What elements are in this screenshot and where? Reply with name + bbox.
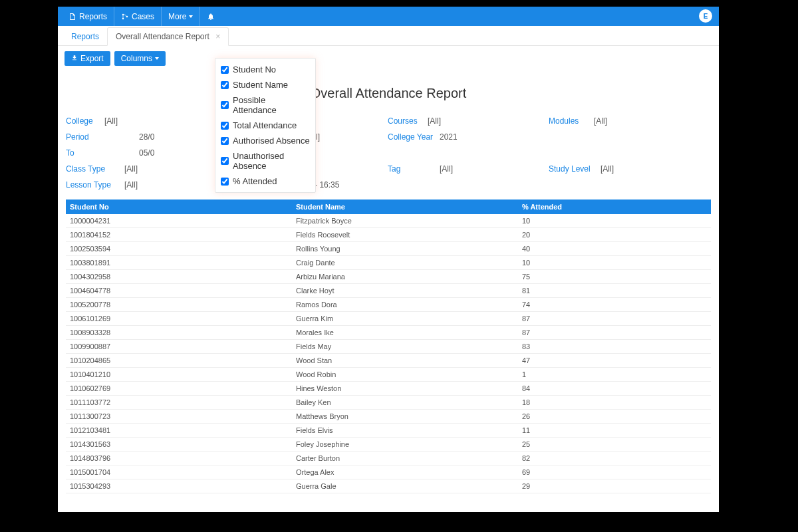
table-cell: 87 — [518, 315, 711, 323]
column-toggle-label: Unauthorised Absence — [233, 151, 310, 171]
table-cell: 1014803796 — [66, 454, 292, 462]
column-checkbox[interactable] — [221, 81, 229, 89]
tab-attendance-report[interactable]: Overall Attendance Report × — [107, 27, 229, 46]
table-cell: 1002503594 — [66, 245, 292, 253]
tab-attendance-label: Overall Attendance Report — [116, 32, 209, 41]
column-checkbox[interactable] — [221, 66, 229, 74]
table-row[interactable]: 1003801891Craig Dante10 — [66, 256, 711, 270]
table-row[interactable]: 1008903328Morales Ike87 — [66, 326, 711, 340]
table-cell: Bailey Ken — [292, 398, 518, 406]
user-avatar[interactable]: E — [699, 9, 712, 23]
table-cell: 40 — [518, 245, 711, 253]
th-pct-attended[interactable]: % Attended — [518, 203, 711, 211]
nav-notifications[interactable] — [200, 7, 221, 26]
th-student-name[interactable]: Student Name — [292, 203, 518, 211]
filter-courses-label[interactable]: Courses — [388, 116, 428, 126]
table-cell: 25 — [518, 440, 711, 448]
filter-college-year-label[interactable]: College Year — [388, 132, 440, 142]
svg-point-1 — [122, 17, 124, 19]
table-row[interactable]: 1006101269Guerra Kim87 — [66, 312, 711, 326]
topbar: Reports Cases More E — [58, 7, 719, 26]
table-row[interactable]: 1014301563Foley Josephine25 — [66, 438, 711, 452]
table-row[interactable]: 1014803796Carter Burton82 — [66, 452, 711, 466]
filter-class-type-label[interactable]: Class Type — [66, 164, 124, 174]
table-cell: Wood Robin — [292, 370, 518, 378]
table-row[interactable]: 1004302958Arbizu Mariana75 — [66, 270, 711, 284]
filter-lesson-type-value: [All] — [124, 180, 138, 190]
table-row[interactable]: 1005200778Ramos Dora74 — [66, 298, 711, 312]
table-row[interactable]: 1009900887Fields May83 — [66, 340, 711, 354]
columns-button[interactable]: Columns — [114, 51, 166, 66]
column-toggle-item[interactable]: Possible Attendance — [221, 92, 310, 118]
nav-cases[interactable]: Cases — [114, 7, 162, 26]
table-row[interactable]: 1011300723Matthews Bryon26 — [66, 410, 711, 424]
table-cell: 26 — [518, 412, 711, 420]
filter-modules-label[interactable]: Modules — [549, 116, 594, 126]
download-icon — [71, 54, 78, 63]
column-toggle-item[interactable]: Student No — [221, 62, 310, 77]
table-row[interactable]: 1012103481Fields Elvis11 — [66, 424, 711, 438]
column-toggle-item[interactable]: Student Name — [221, 77, 310, 92]
table-row[interactable]: 1010602769Hines Weston84 — [66, 382, 711, 396]
table-cell: 75 — [518, 273, 711, 281]
column-checkbox[interactable] — [221, 137, 229, 145]
export-button[interactable]: Export — [65, 51, 110, 66]
column-checkbox[interactable] — [221, 178, 229, 186]
table-cell: 81 — [518, 287, 711, 295]
tab-reports-label: Reports — [71, 32, 99, 41]
table-cell: Fields May — [292, 342, 518, 350]
filter-lesson-type-label[interactable]: Lesson Type — [66, 180, 124, 190]
table-row[interactable]: 1011103772Bailey Ken18 — [66, 396, 711, 410]
table-cell: 1000004231 — [66, 217, 292, 225]
column-toggle-item[interactable]: Total Attendance — [221, 118, 310, 133]
table-row[interactable]: 1000004231Fitzpatrick Boyce10 — [66, 214, 711, 228]
table-cell: 1012103481 — [66, 426, 292, 434]
table-header: Student No Student Name % Attended — [66, 200, 711, 214]
nav-more-label: More — [168, 12, 186, 21]
table-row[interactable]: 1010401210Wood Robin1 — [66, 368, 711, 382]
table-row[interactable]: 1001804152Fields Roosevelt20 — [66, 228, 711, 242]
table-cell: 29 — [518, 482, 711, 490]
filter-courses-value: [All] — [428, 116, 441, 126]
filter-to-label[interactable]: To — [66, 148, 139, 158]
column-checkbox[interactable] — [221, 122, 229, 130]
table-cell: Ramos Dora — [292, 301, 518, 309]
table-cell: Foley Josephine — [292, 440, 518, 448]
filter-tag-value: [All] — [440, 164, 453, 174]
tab-reports[interactable]: Reports — [63, 28, 107, 45]
table-cell: 1005200778 — [66, 301, 292, 309]
table-row[interactable]: 1015001704Ortega Alex69 — [66, 466, 711, 479]
data-table: Student No Student Name % Attended 10000… — [66, 200, 711, 493]
column-toggle-label: Total Attendance — [233, 120, 297, 130]
table-row[interactable]: 1004604778Clarke Hoyt81 — [66, 284, 711, 298]
columns-dropdown: Student NoStudent NamePossible Attendanc… — [215, 58, 316, 193]
filter-study-level-label[interactable]: Study Level — [549, 164, 600, 174]
column-checkbox[interactable] — [221, 101, 229, 109]
column-toggle-item[interactable]: Unauthorised Absence — [221, 148, 310, 174]
caret-down-icon — [155, 57, 159, 60]
th-student-no[interactable]: Student No — [66, 203, 292, 211]
column-toggle-item[interactable]: Authorised Absence — [221, 133, 310, 148]
table-cell: Fitzpatrick Boyce — [292, 217, 518, 225]
filter-tag-label[interactable]: Tag — [388, 164, 440, 174]
table-cell: 1014301563 — [66, 440, 292, 448]
filter-period-label[interactable]: Period — [66, 132, 139, 142]
column-toggle-item[interactable]: % Attended — [221, 174, 310, 189]
filter-class-type-value: [All] — [124, 164, 138, 174]
column-checkbox[interactable] — [221, 157, 229, 165]
nav-reports[interactable]: Reports — [62, 7, 114, 26]
table-row[interactable]: 1002503594Rollins Young40 — [66, 242, 711, 256]
table-cell: Matthews Bryon — [292, 412, 518, 420]
bell-icon — [207, 13, 215, 21]
table-cell: Ortega Alex — [292, 468, 518, 476]
filter-college-year-value: 2021 — [440, 132, 458, 142]
table-cell: 11 — [518, 426, 711, 434]
table-cell: 1008903328 — [66, 329, 292, 336]
table-cell: Guerra Gale — [292, 482, 518, 490]
close-icon[interactable]: × — [215, 32, 220, 41]
table-row[interactable]: 1015304293Guerra Gale29 — [66, 479, 711, 493]
table-row[interactable]: 1010204865Wood Stan47 — [66, 354, 711, 368]
nav-more[interactable]: More — [162, 7, 200, 26]
branch-icon — [121, 13, 129, 21]
table-cell: Carter Burton — [292, 454, 518, 462]
